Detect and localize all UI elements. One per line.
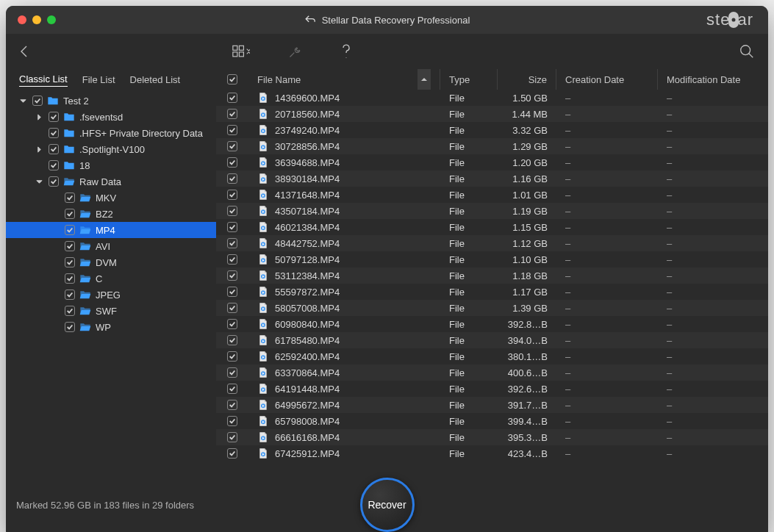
file-row[interactable]: 66616168.MP4File395.3…B–– (216, 429, 768, 445)
checkbox[interactable] (65, 257, 75, 267)
file-row[interactable]: 61785480.MP4File394.0…B–– (216, 332, 768, 348)
tree-node[interactable]: MP4 (6, 222, 216, 238)
expand-toggle[interactable] (34, 146, 44, 153)
file-row[interactable]: 64995672.MP4File391.7…B–– (216, 397, 768, 413)
header-size[interactable]: Size (498, 69, 556, 90)
file-row[interactable]: 38930184.MP4File1.16 GB–– (216, 170, 768, 187)
checkbox[interactable] (227, 93, 237, 103)
header-modification-date[interactable]: Modification Date (658, 69, 768, 90)
file-row[interactable]: 36394688.MP4File1.20 GB–– (216, 154, 768, 170)
file-row[interactable]: 20718560.MP4File1.44 MB–– (216, 106, 768, 122)
checkbox[interactable] (227, 287, 237, 297)
file-row[interactable]: 58057008.MP4File1.39 GB–– (216, 300, 768, 316)
tree-node[interactable]: AVI (6, 238, 216, 254)
file-row[interactable]: 48442752.MP4File1.12 GB–– (216, 235, 768, 251)
tree-node[interactable]: Test 2 (6, 93, 216, 109)
checkbox[interactable] (227, 270, 237, 281)
expand-toggle[interactable] (34, 114, 44, 121)
folder-tree[interactable]: Test 2.fseventsd.HFS+ Private Directory … (6, 90, 216, 472)
tree-node[interactable]: .Spotlight-V100 (6, 141, 216, 157)
view-mode-button[interactable] (232, 44, 250, 59)
checkbox[interactable] (227, 190, 237, 200)
tree-node[interactable]: JPEG (6, 287, 216, 303)
checkbox[interactable] (32, 96, 43, 106)
checkbox[interactable] (49, 176, 59, 187)
checkbox[interactable] (65, 225, 75, 235)
help-button[interactable] (341, 43, 351, 60)
header-creation-date[interactable]: Creation Date (556, 69, 658, 90)
file-row[interactable]: 62592400.MP4File380.1…B–– (216, 348, 768, 364)
recover-button[interactable]: Recover (360, 478, 415, 532)
checkbox[interactable] (65, 290, 75, 300)
tab-file-list[interactable]: File List (82, 73, 115, 87)
maximize-window-button[interactable] (47, 15, 56, 24)
tree-node[interactable]: .HFS+ Private Directory Data (6, 125, 216, 141)
close-window-button[interactable] (18, 15, 26, 24)
checkbox[interactable] (65, 241, 75, 251)
file-row[interactable]: 53112384.MP4File1.18 GB–– (216, 267, 768, 284)
checkbox[interactable] (227, 335, 237, 345)
header-filename[interactable]: File Name (248, 69, 440, 90)
expand-toggle[interactable] (18, 98, 28, 104)
checkbox[interactable] (227, 319, 237, 329)
tree-node[interactable]: 18 (6, 157, 216, 173)
tree-node[interactable]: MKV (6, 190, 216, 206)
checkbox[interactable] (227, 351, 237, 362)
settings-button[interactable] (288, 44, 303, 59)
checkbox[interactable] (49, 128, 59, 138)
checkbox[interactable] (227, 125, 237, 135)
checkbox[interactable] (227, 109, 237, 119)
checkbox[interactable] (49, 144, 59, 154)
header-checkbox[interactable] (216, 69, 248, 90)
checkbox[interactable] (227, 384, 237, 394)
file-row[interactable]: 23749240.MP4File3.32 GB–– (216, 122, 768, 138)
file-row[interactable]: 14369600.MP4File1.50 GB–– (216, 90, 768, 106)
file-list[interactable]: 14369600.MP4File1.50 GB––20718560.MP4Fil… (216, 90, 768, 472)
header-type[interactable]: Type (440, 69, 498, 90)
checkbox[interactable] (227, 222, 237, 232)
tree-node[interactable]: Raw Data (6, 173, 216, 190)
file-row[interactable]: 65798008.MP4File399.4…B–– (216, 413, 768, 429)
search-button[interactable] (739, 43, 755, 60)
checkbox[interactable] (65, 273, 75, 284)
nav-back-button[interactable] (19, 44, 41, 59)
checkbox[interactable] (65, 209, 75, 219)
file-row[interactable]: 67425912.MP4File423.4…B–– (216, 445, 768, 461)
checkbox[interactable] (227, 141, 237, 151)
file-row[interactable]: 46021384.MP4File1.15 GB–– (216, 219, 768, 235)
checkbox[interactable] (227, 416, 237, 426)
file-row[interactable]: 50797128.MP4File1.10 GB–– (216, 251, 768, 267)
tree-node[interactable]: BZ2 (6, 206, 216, 222)
file-row[interactable]: 55597872.MP4File1.17 GB–– (216, 284, 768, 300)
tab-deleted-list[interactable]: Deleted List (130, 73, 181, 87)
file-row[interactable]: 43507184.MP4File1.19 GB–– (216, 203, 768, 219)
tree-node[interactable]: SWF (6, 303, 216, 319)
checkbox[interactable] (227, 173, 237, 184)
checkbox[interactable] (49, 112, 59, 122)
expand-toggle[interactable] (34, 179, 44, 185)
checkbox[interactable] (227, 367, 237, 378)
minimize-window-button[interactable] (32, 15, 41, 24)
tree-node[interactable]: .fseventsd (6, 109, 216, 125)
checkbox[interactable] (65, 322, 75, 332)
checkbox[interactable] (65, 193, 75, 203)
file-row[interactable]: 30728856.MP4File1.29 GB–– (216, 138, 768, 154)
file-row[interactable]: 41371648.MP4File1.01 GB–– (216, 187, 768, 203)
file-row[interactable]: 63370864.MP4File400.6…B–– (216, 364, 768, 381)
checkbox[interactable] (227, 448, 237, 459)
checkbox[interactable] (227, 157, 237, 168)
tab-classic-list[interactable]: Classic List (19, 72, 68, 87)
tree-node[interactable]: WP (6, 319, 216, 335)
checkbox[interactable] (227, 400, 237, 410)
checkbox[interactable] (227, 432, 237, 442)
checkbox[interactable] (227, 206, 237, 216)
checkbox[interactable] (227, 303, 237, 313)
file-row[interactable]: 60980840.MP4File392.8…B–– (216, 316, 768, 332)
checkbox[interactable] (227, 254, 237, 265)
file-row[interactable]: 64191448.MP4File392.6…B–– (216, 381, 768, 397)
checkbox[interactable] (227, 238, 237, 248)
tree-node[interactable]: C (6, 270, 216, 287)
tree-node[interactable]: DVM (6, 254, 216, 270)
checkbox[interactable] (49, 160, 59, 170)
checkbox[interactable] (65, 306, 75, 316)
